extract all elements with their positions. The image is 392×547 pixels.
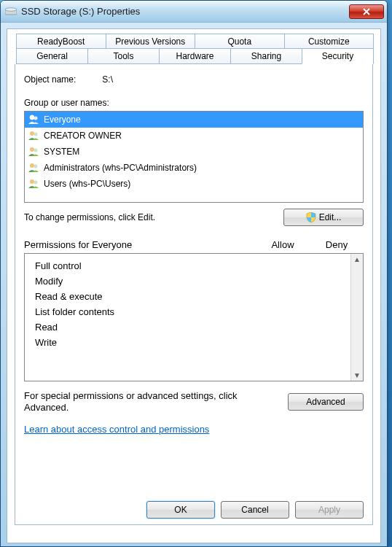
users-icon (28, 163, 41, 173)
edit-hint: To change permissions, click Edit. (24, 212, 155, 222)
svg-point-1 (5, 7, 17, 10)
permission-item: Full control (25, 258, 350, 274)
tab-quota[interactable]: Quota (195, 34, 285, 49)
tab-sharing[interactable]: Sharing (230, 48, 302, 64)
help-link[interactable]: Learn about access control and permissio… (24, 424, 209, 435)
users-listbox[interactable]: Everyone CREATOR OWNER SYSTEM Administra… (24, 111, 364, 203)
apply-button-label: Apply (318, 505, 340, 515)
ok-button[interactable]: OK (146, 501, 215, 519)
tab-customize[interactable]: Customize (284, 34, 375, 49)
svg-point-11 (34, 181, 38, 185)
tab-previous-versions[interactable]: Previous Versions (106, 34, 196, 49)
svg-point-10 (30, 179, 34, 184)
permission-item: List folder contents (25, 304, 350, 319)
list-item-label: SYSTEM (44, 145, 79, 158)
scroll-up-icon[interactable]: ▲ (353, 255, 361, 263)
permissions-for-label: Permissions for Everyone (24, 239, 256, 250)
close-icon (362, 8, 371, 15)
deny-header: Deny (310, 239, 364, 250)
svg-point-7 (34, 149, 38, 152)
list-item[interactable]: Everyone (25, 112, 363, 128)
permission-item: Read (25, 319, 350, 335)
allow-header: Allow (256, 239, 310, 250)
users-icon (28, 115, 41, 125)
object-name-label: Object name: (24, 74, 100, 85)
tab-panel-security: Object name: S:\ Group or user names: Ev… (15, 64, 373, 525)
svg-point-6 (30, 147, 34, 152)
properties-window: SSD Storage (S:) Properties ReadyBoost P… (0, 0, 388, 547)
apply-button[interactable]: Apply (295, 501, 364, 519)
permissions-header: Permissions for Everyone Allow Deny (24, 239, 364, 250)
titlebar[interactable]: SSD Storage (S:) Properties (1, 1, 387, 23)
shield-icon (306, 212, 316, 222)
tab-hardware[interactable]: Hardware (159, 48, 231, 64)
users-icon (28, 131, 41, 141)
scroll-down-icon[interactable]: ▼ (353, 371, 361, 379)
svg-point-8 (30, 163, 34, 168)
permissions-box: Full control Modify Read & execute List … (24, 253, 364, 381)
tab-security[interactable]: Security (302, 48, 374, 64)
users-icon (28, 179, 41, 189)
list-item[interactable]: Administrators (whs-PC\Administrators) (25, 160, 363, 176)
list-item-label: Everyone (44, 113, 81, 126)
permission-item: Modify (25, 274, 350, 289)
permissions-list[interactable]: Full control Modify Read & execute List … (25, 254, 350, 381)
users-icon (28, 147, 41, 157)
tab-readyboost[interactable]: ReadyBoost (16, 34, 106, 49)
list-item[interactable]: CREATOR OWNER (25, 128, 363, 144)
tab-strip: ReadyBoost Previous Versions Quota Custo… (15, 34, 373, 525)
svg-point-3 (34, 117, 38, 120)
object-name-value: S:\ (102, 74, 113, 85)
tab-general[interactable]: General (16, 48, 88, 64)
advanced-button[interactable]: Advanced (288, 393, 364, 411)
scrollbar[interactable]: ▲ ▼ (350, 254, 363, 381)
svg-point-2 (30, 115, 34, 120)
svg-point-4 (30, 131, 34, 136)
list-item[interactable]: SYSTEM (25, 144, 363, 160)
group-users-label: Group or user names: (24, 98, 364, 108)
permission-item: Read & execute (25, 289, 350, 304)
drive-icon (5, 7, 17, 16)
cancel-button[interactable]: Cancel (221, 501, 289, 519)
advanced-hint: For special permissions or advanced sett… (24, 390, 279, 414)
close-button[interactable] (349, 4, 384, 19)
dialog-footer: OK Cancel Apply (146, 501, 364, 519)
tab-tools[interactable]: Tools (87, 48, 160, 64)
object-name-row: Object name: S:\ (24, 74, 364, 85)
list-item-label: Users (whs-PC\Users) (44, 177, 130, 190)
ok-button-label: OK (174, 505, 187, 515)
permission-item: Write (25, 335, 350, 350)
svg-point-9 (34, 165, 38, 168)
window-title: SSD Storage (S:) Properties (21, 6, 349, 17)
svg-point-5 (34, 133, 38, 136)
list-item-label: CREATOR OWNER (44, 129, 122, 142)
edit-button-label: Edit... (319, 212, 342, 222)
dialog-body: ReadyBoost Previous Versions Quota Custo… (7, 28, 381, 543)
edit-button[interactable]: Edit... (283, 209, 364, 226)
cancel-button-label: Cancel (241, 505, 268, 515)
advanced-button-label: Advanced (306, 397, 345, 407)
list-item[interactable]: Users (whs-PC\Users) (25, 176, 363, 192)
list-item-label: Administrators (whs-PC\Administrators) (44, 161, 197, 174)
